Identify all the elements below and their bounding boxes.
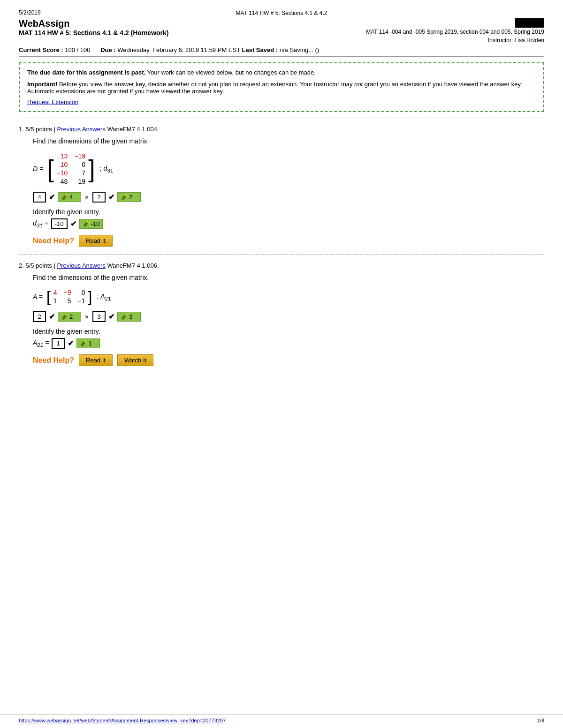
problem-2-pencil2: 3	[117, 312, 141, 322]
problem-1-pencil2: 2	[117, 192, 141, 202]
matrix-d-bracket-left: [	[47, 157, 53, 181]
problem-1-pencil1: 4	[58, 192, 81, 202]
problem-2-entry-box: 1	[52, 338, 65, 349]
problem-1-subscript: ; d31	[100, 165, 114, 173]
problem-2-dim-box1: 2	[33, 311, 46, 322]
matrix-a-r1c2: −9	[64, 289, 71, 296]
matrix-d-wrapper: [ 13 −19 10 0 −10 7 48 19 ]	[47, 152, 95, 185]
problem-2-identify-row: A21 = 1 ✔ 1	[33, 338, 544, 349]
notice-important-rest: Before you view the answer key, decide w…	[59, 81, 354, 88]
notice-box: The due date for this assignment is past…	[19, 62, 544, 112]
problem-1: 1. 5/5 points | Previous Answers WaneFM7…	[19, 126, 544, 247]
problem-1-question: Find the dimensions of the given matrix.	[33, 137, 544, 145]
problem-1-need-help-label: Need Help?	[33, 237, 74, 245]
hw-title: MAT 114 HW # 5: Sections 4.1 & 4.2 (Home…	[19, 29, 282, 37]
matrix-d-r2c2: 0	[74, 161, 85, 168]
request-extension-link[interactable]: Request Extension	[27, 98, 78, 105]
problem-2-dim-row: 2 ✔ 2 × 3 ✔	[33, 311, 544, 322]
problem-1-entry-check: ✔	[70, 219, 76, 228]
problem-1-need-help: Need Help? Read It	[33, 235, 544, 247]
problem-1-read-it-button[interactable]: Read It	[79, 235, 113, 247]
pencil-icon-1b	[121, 194, 127, 201]
problem-2-check2: ✔	[108, 312, 114, 321]
problem-2-matrix-label: A =	[33, 293, 43, 300]
matrix-a-r2c2: 5	[64, 297, 71, 305]
problem-2-identify: Identify the given entry. A21 = 1 ✔ 1	[33, 328, 544, 349]
pencil-icon-2a	[61, 314, 68, 320]
problem-2-entry-pencil: 1	[76, 338, 100, 348]
problem-1-identify-label: Identify the given entry.	[33, 208, 544, 216]
score-line: Current Score : 100 / 100 Due : Wednesda…	[19, 46, 544, 57]
problem-2-need-help-label: Need Help?	[33, 356, 74, 365]
problem-2-watch-it-button[interactable]: Watch It	[117, 354, 153, 366]
matrix-d-r3c2: 7	[74, 169, 85, 177]
problem-2-need-help: Need Help? Read It Watch It	[33, 354, 544, 366]
problem-1-matrix-label: D =	[33, 165, 43, 173]
footer-page: 1/8	[537, 718, 544, 723]
problem-1-header: 1. 5/5 points | Previous Answers WaneFM7…	[19, 126, 544, 133]
matrix-d-r4c1: 48	[57, 178, 68, 185]
matrix-d-r1c1: 13	[57, 152, 68, 160]
course-info: MAT 114 -004 and -005 Spring 2019, secti…	[366, 29, 544, 35]
due-label: Due :	[100, 46, 116, 53]
problem-2-header: 2. 5/5 points | Previous Answers WaneFM7…	[19, 262, 544, 269]
problem-2-points: 5/5 points	[25, 262, 52, 269]
problem-1-identify-row: d31 = -10 ✔ -10	[33, 218, 544, 229]
score-label: Current Score :	[19, 46, 63, 53]
problem-1-prev-answers[interactable]: Previous Answers	[57, 126, 105, 133]
matrix-d-r4c2: 19	[74, 178, 85, 185]
problem-1-matrix: D = [ 13 −19 10 0 −10 7 48 19 ] ; d3	[33, 152, 544, 185]
divider-2	[19, 254, 544, 255]
problem-2-question: Find the dimensions of the given matrix.	[33, 274, 544, 281]
divider-1	[19, 118, 544, 118]
problem-1-dim-box1: 4	[33, 192, 46, 203]
notice-past-rest: Your work can be viewed below, but no ch…	[147, 69, 316, 76]
problem-2-body: Find the dimensions of the given matrix.…	[19, 274, 544, 366]
problem-1-number: 1.	[19, 126, 24, 133]
score-value: 100 / 100	[65, 46, 90, 53]
matrix-a-r1c1: 4	[53, 289, 57, 296]
matrix-d-r1c2: −19	[74, 152, 85, 160]
page-date: 5/2/2019	[19, 9, 150, 16]
matrix-d-r3c1: −10	[57, 169, 68, 177]
matrix-d-bracket-right: ]	[88, 157, 95, 181]
matrix-d-content: 13 −19 10 0 −10 7 48 19	[54, 152, 89, 185]
matrix-a-content: 4 −9 0 1 5 −1	[51, 289, 88, 305]
footer: https://www.webassign.net/web/Student/As…	[0, 714, 563, 723]
redacted-bar	[515, 18, 544, 28]
page-title-center: MAT 114 HW # 5: Sections 4.1 & 4.2	[236, 10, 327, 16]
problem-2-entry-check: ✔	[68, 339, 74, 348]
matrix-a-wrapper: [ 4 −9 0 1 5 −1 ]	[46, 289, 92, 305]
instructor: Instructor: Lisa Holden	[488, 37, 544, 44]
footer-url[interactable]: https://www.webassign.net/web/Student/As…	[19, 718, 226, 723]
pencil-icon-2b	[121, 314, 127, 320]
pencil-icon-2c	[80, 340, 86, 347]
matrix-a-r2c3: −1	[78, 297, 85, 305]
problem-2-code: WaneFM7 4.1.006.	[107, 262, 159, 269]
problem-1-entry-label: d31 =	[33, 219, 48, 228]
problem-2-prev-answers[interactable]: Previous Answers	[57, 262, 105, 269]
notice-italic: not	[354, 81, 363, 88]
notice-important-bold: Important!	[27, 81, 57, 88]
matrix-d-r2c1: 10	[57, 161, 68, 168]
problem-1-code: WaneFM7 4.1.004.	[107, 126, 159, 133]
notice-important: Important! Before you view the answer ke…	[27, 81, 536, 95]
matrix-a-r1c3: 0	[78, 289, 85, 296]
notice-past: The due date for this assignment is past…	[27, 69, 536, 76]
problem-1-entry-pencil: -10	[79, 219, 103, 229]
notice-past-bold: The due date for this assignment is past…	[27, 69, 145, 76]
matrix-a-bracket-left: [	[46, 289, 51, 304]
pencil-icon-1c	[83, 221, 89, 227]
problem-2-dim-box2: 3	[92, 311, 106, 322]
problem-1-body: Find the dimensions of the given matrix.…	[19, 137, 544, 247]
app-name: WebAssign	[19, 18, 282, 29]
problem-1-check2: ✔	[108, 193, 114, 202]
problem-1-entry-box: -10	[51, 218, 68, 229]
problem-1-identify: Identify the given entry. d31 = -10 ✔ -1…	[33, 208, 544, 229]
pencil-icon-1a	[61, 194, 68, 201]
last-saved-label: Last Saved :	[242, 46, 278, 53]
problem-2-matrix: A = [ 4 −9 0 1 5 −1 ] ; A21	[33, 289, 544, 305]
problem-1-check1: ✔	[49, 193, 55, 202]
problem-2-read-it-button[interactable]: Read It	[79, 354, 113, 366]
problem-2-pencil1: 2	[58, 312, 81, 322]
